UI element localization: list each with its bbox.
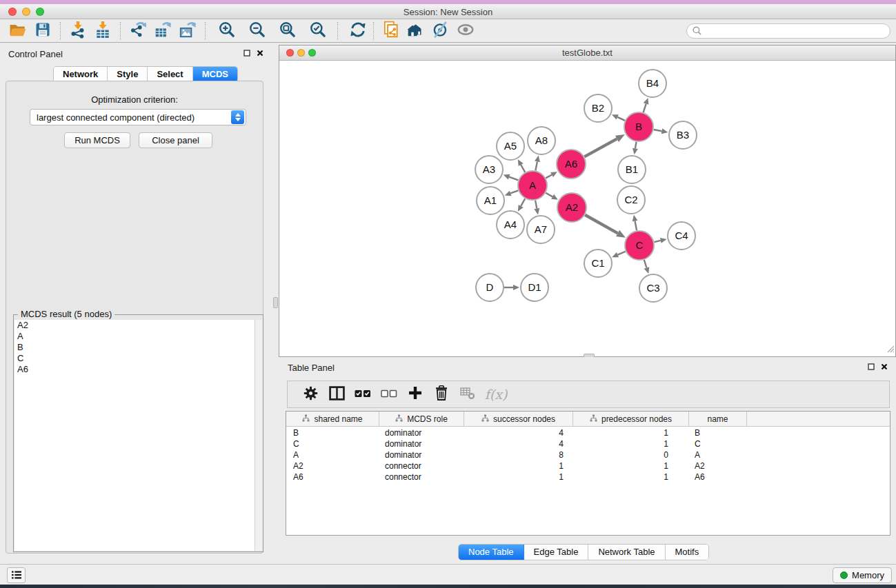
graph-node-C[interactable]: C [625, 231, 654, 260]
close-panel-button[interactable]: Close panel [139, 132, 212, 148]
graph-edge-B-B4[interactable] [644, 98, 649, 112]
delete-table-button[interactable] [455, 383, 481, 405]
criterion-dropdown[interactable]: largest connected component (directed) [30, 109, 246, 125]
hide-graphics-details-button[interactable] [428, 21, 453, 41]
table-row[interactable]: Adominator80A [286, 449, 890, 460]
table-row[interactable]: Bdominator41B [286, 427, 890, 438]
graph-edge-A-A5[interactable] [518, 159, 525, 172]
list-item[interactable]: A [14, 331, 262, 342]
graph-node-A4[interactable]: A4 [497, 211, 524, 239]
list-item[interactable]: B [14, 342, 262, 353]
select-all-button[interactable] [350, 383, 376, 405]
graph-edge-A2-C[interactable] [585, 215, 626, 238]
import-table-button[interactable] [90, 21, 115, 41]
graph-edge-A6-B[interactable] [584, 134, 625, 156]
table-row[interactable]: Cdominator41C [286, 438, 890, 449]
graph-edge-C-C4[interactable] [654, 238, 666, 243]
graph-node-C2[interactable]: C2 [617, 186, 645, 214]
tab-mcds[interactable]: MCDS [193, 67, 237, 82]
graph-edge-B-B3[interactable] [654, 128, 668, 134]
main-titlebar[interactable]: Session: New Session [0, 4, 896, 19]
zoom-fit-button[interactable] [275, 21, 300, 41]
refresh-view-button[interactable] [346, 21, 370, 41]
column-header-name[interactable]: name [689, 412, 747, 426]
graph-edge-A-A3[interactable] [504, 174, 519, 181]
add-row-button[interactable] [402, 383, 428, 405]
tab-network-table[interactable]: Network Table [588, 545, 665, 560]
function-builder-button[interactable]: f(x) [481, 383, 507, 405]
tab-motifs[interactable]: Motifs [666, 545, 709, 560]
export-table-button[interactable] [150, 21, 175, 41]
network-frame-titlebar[interactable]: testGlobe.txt [279, 45, 895, 61]
network-overview-button[interactable] [404, 21, 428, 41]
memory-button[interactable]: Memory [833, 567, 892, 583]
task-history-button[interactable] [7, 567, 26, 583]
export-network-button[interactable] [126, 21, 150, 41]
network-canvas[interactable]: B4B2BB3A8A5A6A3B1AC2A1A2A4A7C4CC1DD1C3 [279, 61, 895, 356]
graph-node-A7[interactable]: A7 [527, 216, 555, 243]
run-mcds-button[interactable]: Run MCDS [64, 132, 130, 148]
network-graph[interactable]: B4B2BB3A8A5A6A3B1AC2A1A2A4A7C4CC1DD1C3 [279, 61, 895, 356]
zoom-in-button[interactable] [215, 21, 239, 41]
new-network-from-selection-button[interactable] [379, 21, 404, 41]
graph-edge-B-B1[interactable] [633, 142, 638, 155]
column-header-mcds-role[interactable]: MCDS role [379, 412, 464, 426]
unselect-all-button[interactable] [376, 383, 402, 405]
list-item[interactable]: A2 [14, 320, 262, 331]
list-item[interactable]: A6 [14, 364, 262, 375]
tab-style[interactable]: Style [108, 67, 148, 82]
delete-row-button[interactable] [428, 383, 455, 405]
table-row[interactable]: A2connector11A2 [286, 460, 890, 472]
column-header-successor-nodes[interactable]: successor nodes [464, 412, 573, 426]
graph-node-C1[interactable]: C1 [584, 250, 612, 277]
graph-node-A8[interactable]: A8 [528, 127, 555, 154]
open-session-button[interactable] [6, 21, 30, 41]
graph-edge-C-C2[interactable] [633, 215, 638, 231]
graph-node-B2[interactable]: B2 [584, 94, 612, 122]
graph-edge-A-A6[interactable] [546, 172, 557, 178]
table-row[interactable]: A6connector11A6 [286, 472, 890, 483]
graph-node-D1[interactable]: D1 [521, 274, 548, 301]
import-network-button[interactable] [66, 21, 90, 41]
graph-node-C4[interactable]: C4 [668, 222, 695, 250]
graph-node-A3[interactable]: A3 [475, 156, 503, 183]
scrollbar-track[interactable] [255, 320, 262, 551]
graph-node-B[interactable]: B [624, 112, 653, 141]
graph-node-B3[interactable]: B3 [669, 121, 697, 149]
search-input[interactable] [705, 26, 884, 37]
always-show-details-button[interactable] [453, 21, 478, 41]
search-field[interactable] [686, 23, 890, 39]
graph-node-A5[interactable]: A5 [497, 132, 524, 160]
graph-edge-C-C3[interactable] [644, 260, 650, 274]
column-header-predecessor-nodes[interactable]: predecessor nodes [573, 412, 689, 426]
zoom-out-button[interactable] [245, 21, 270, 41]
tab-edge-table[interactable]: Edge Table [524, 545, 589, 560]
zoom-selected-button[interactable] [306, 21, 330, 41]
graph-node-D[interactable]: D [476, 274, 504, 301]
export-image-button[interactable] [175, 21, 200, 41]
show-columns-button[interactable] [323, 383, 350, 405]
list-item[interactable]: C [14, 353, 262, 364]
table-settings-button[interactable] [297, 383, 323, 405]
close-panel-icon[interactable] [881, 363, 888, 370]
graph-node-A1[interactable]: A1 [477, 187, 504, 214]
splitter-grip-vertical[interactable] [273, 297, 278, 308]
float-panel-icon[interactable] [243, 50, 250, 57]
graph-edge-A-A7[interactable] [534, 201, 539, 215]
graph-edge-B-B2[interactable] [612, 114, 625, 121]
graph-edge-A-A4[interactable] [518, 199, 525, 212]
tab-network[interactable]: Network [54, 67, 108, 82]
graph-edge-C-C1[interactable] [612, 252, 626, 258]
close-panel-icon[interactable] [257, 50, 263, 57]
graph-node-B4[interactable]: B4 [639, 70, 666, 97]
graph-node-A[interactable]: A [518, 171, 547, 200]
resize-grip-icon[interactable] [886, 343, 895, 356]
graph-node-A2[interactable]: A2 [557, 193, 586, 222]
graph-edge-A-A2[interactable] [546, 193, 558, 200]
graph-node-B1[interactable]: B1 [618, 156, 646, 183]
tab-node-table[interactable]: Node Table [459, 545, 524, 560]
graph-edge-D-D1[interactable] [504, 285, 519, 290]
save-session-button[interactable] [30, 21, 55, 41]
tab-select[interactable]: Select [148, 67, 192, 82]
graph-edge-A-A8[interactable] [535, 156, 540, 171]
